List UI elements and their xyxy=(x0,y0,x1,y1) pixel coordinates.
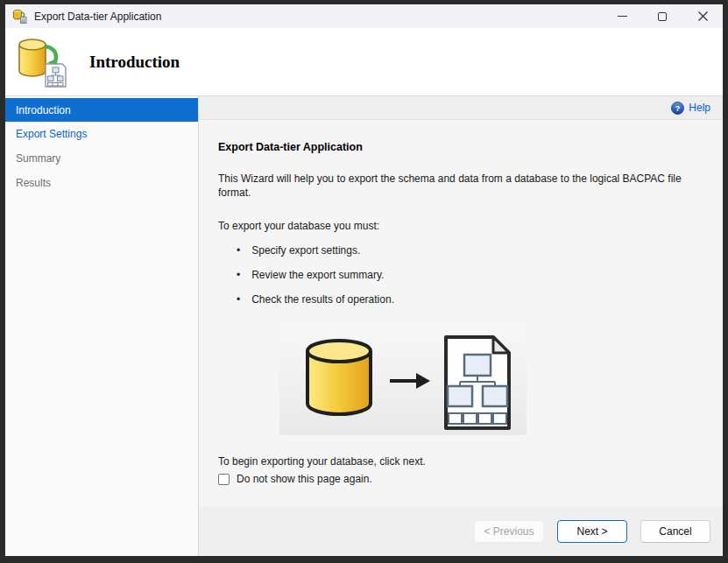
wizard-description: This Wizard will help you to export the … xyxy=(218,172,705,200)
help-circle-icon: ? xyxy=(671,102,684,115)
export-illustration xyxy=(279,328,527,435)
sidebar-item-results[interactable]: Results xyxy=(5,171,198,195)
svg-text:?: ? xyxy=(675,103,681,113)
sidebar-item-label: Results xyxy=(16,177,51,189)
right-arrow-icon xyxy=(390,373,430,389)
export-wizard-window: Export Data-tier Application xyxy=(5,4,723,556)
bacpac-document-icon xyxy=(446,337,509,428)
maximize-icon xyxy=(658,12,667,21)
cancel-button[interactable]: Cancel xyxy=(640,520,710,543)
requirement-item: Check the results of operation. xyxy=(218,293,705,306)
wizard-body: Introduction Export Settings Summary Res… xyxy=(5,95,723,556)
dont-show-again-checkbox[interactable] xyxy=(218,474,230,485)
maximize-button[interactable] xyxy=(642,4,682,28)
next-button[interactable]: Next > xyxy=(557,520,627,543)
wizard-steps-sidebar: Introduction Export Settings Summary Res… xyxy=(5,96,199,556)
minimize-icon xyxy=(618,16,627,17)
help-link[interactable]: ? Help xyxy=(671,102,710,115)
wizard-page-pane: ? Help Export Data-tier Application This… xyxy=(199,96,723,556)
export-data-tier-icon xyxy=(17,36,67,88)
content-heading: Export Data-tier Application xyxy=(218,141,705,153)
previous-button[interactable]: < Previous xyxy=(474,520,544,543)
app-database-export-icon xyxy=(12,9,27,24)
window-title: Export Data-tier Application xyxy=(34,11,161,23)
begin-hint: To begin exporting your database, click … xyxy=(218,455,705,468)
sidebar-item-label: Export Settings xyxy=(16,128,87,140)
sidebar-item-summary[interactable]: Summary xyxy=(5,146,198,171)
help-strip: ? Help xyxy=(199,96,723,120)
requirement-item: Review the export summary. xyxy=(218,269,705,281)
page-title: Introduction xyxy=(89,53,180,72)
help-label: Help xyxy=(689,102,710,114)
introduction-page-content: Export Data-tier Application This Wizard… xyxy=(199,120,723,507)
sidebar-item-label: Introduction xyxy=(16,104,71,116)
database-to-bacpac-graphic xyxy=(279,328,527,435)
window-frame: Export Data-tier Application xyxy=(0,0,728,563)
sidebar-item-introduction[interactable]: Introduction xyxy=(5,98,198,122)
requirement-item: Specify export settings. xyxy=(218,244,705,257)
sidebar-item-export-settings[interactable]: Export Settings xyxy=(5,122,198,146)
wizard-header: Introduction xyxy=(5,28,723,95)
close-button[interactable] xyxy=(682,4,723,28)
sidebar-item-label: Summary xyxy=(16,152,60,165)
close-icon xyxy=(697,11,709,22)
database-cylinder-icon xyxy=(307,341,371,414)
dont-show-again-row: Do not show this page again. xyxy=(218,473,705,485)
wizard-footer: < Previous Next > Cancel xyxy=(199,507,723,556)
titlebar[interactable]: Export Data-tier Application xyxy=(5,4,723,28)
dont-show-again-label[interactable]: Do not show this page again. xyxy=(237,473,372,485)
requirements-intro: To export your database you must: xyxy=(218,220,705,232)
minimize-button[interactable] xyxy=(602,4,642,28)
requirements-list: Specify export settings. Review the expo… xyxy=(218,244,705,306)
